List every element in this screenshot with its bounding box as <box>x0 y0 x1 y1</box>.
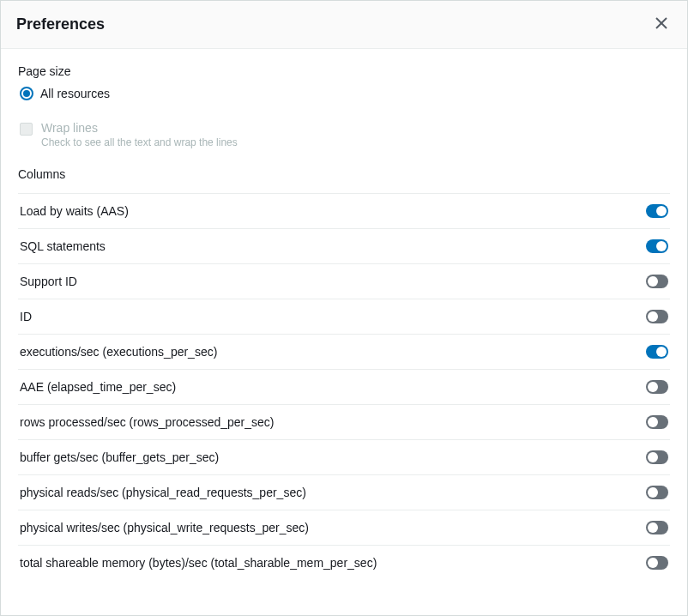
radio-icon <box>20 87 33 100</box>
wrap-lines-label: Wrap lines <box>41 121 238 135</box>
column-toggle[interactable] <box>646 380 668 394</box>
column-toggle[interactable] <box>646 521 668 534</box>
preferences-modal: Preferences Page size All resources Wrap… <box>0 0 688 616</box>
column-list: Load by waits (AAS)SQL statementsSupport… <box>18 193 670 580</box>
column-label: AAE (elapsed_time_per_sec) <box>20 380 176 394</box>
column-label: Load by waits (AAS) <box>20 204 129 218</box>
modal-header: Preferences <box>1 1 687 49</box>
column-row: total shareable memory (bytes)/sec (tota… <box>18 546 670 580</box>
column-label: executions/sec (executions_per_sec) <box>20 345 217 359</box>
wrap-lines-option: Wrap lines Check to see all the text and… <box>18 121 670 148</box>
column-row: Load by waits (AAS) <box>18 194 670 229</box>
column-toggle[interactable] <box>646 310 668 323</box>
column-toggle[interactable] <box>646 450 668 464</box>
toggle-knob-icon <box>648 522 658 533</box>
column-toggle[interactable] <box>646 204 668 218</box>
column-toggle[interactable] <box>646 556 668 570</box>
column-row: buffer gets/sec (buffer_gets_per_sec) <box>18 440 670 475</box>
close-button[interactable] <box>651 13 672 36</box>
column-toggle[interactable] <box>646 239 668 253</box>
close-icon <box>655 16 668 33</box>
column-row: physical writes/sec (physical_write_requ… <box>18 510 670 546</box>
column-label: rows processed/sec (rows_processed_per_s… <box>20 415 274 429</box>
column-toggle[interactable] <box>646 275 668 288</box>
toggle-knob-icon <box>648 311 658 322</box>
toggle-knob-icon <box>648 452 658 462</box>
toggle-knob-icon <box>648 382 658 392</box>
column-row: AAE (elapsed_time_per_sec) <box>18 370 670 405</box>
wrap-lines-text: Wrap lines Check to see all the text and… <box>41 121 238 148</box>
column-toggle[interactable] <box>646 345 668 359</box>
toggle-knob-icon <box>648 276 658 287</box>
column-toggle[interactable] <box>646 415 668 429</box>
column-label: Support ID <box>20 275 77 288</box>
column-label: SQL statements <box>20 239 106 253</box>
column-label: ID <box>20 310 32 323</box>
column-label: total shareable memory (bytes)/sec (tota… <box>20 556 377 570</box>
toggle-knob-icon <box>656 206 667 216</box>
page-size-option[interactable]: All resources <box>18 87 670 100</box>
modal-title: Preferences <box>16 15 105 33</box>
column-row: executions/sec (executions_per_sec) <box>18 335 670 370</box>
toggle-knob-icon <box>656 241 667 251</box>
column-label: physical reads/sec (physical_read_reques… <box>20 486 306 499</box>
toggle-knob-icon <box>648 417 658 427</box>
column-toggle[interactable] <box>646 486 668 499</box>
column-row: physical reads/sec (physical_read_reques… <box>18 475 670 510</box>
toggle-knob-icon <box>648 558 658 568</box>
checkbox-icon <box>20 123 33 136</box>
columns-label: Columns <box>18 167 670 181</box>
toggle-knob-icon <box>656 347 667 357</box>
column-row: Support ID <box>18 264 670 299</box>
column-label: physical writes/sec (physical_write_requ… <box>20 521 309 534</box>
column-row: SQL statements <box>18 229 670 264</box>
toggle-knob-icon <box>648 487 658 498</box>
wrap-lines-hint: Check to see all the text and wrap the l… <box>41 136 238 148</box>
page-size-option-label: All resources <box>40 87 110 100</box>
column-label: buffer gets/sec (buffer_gets_per_sec) <box>20 450 219 464</box>
column-row: rows processed/sec (rows_processed_per_s… <box>18 405 670 440</box>
modal-body: Page size All resources Wrap lines Check… <box>1 49 687 615</box>
page-size-label: Page size <box>18 64 670 78</box>
column-row: ID <box>18 299 670 335</box>
